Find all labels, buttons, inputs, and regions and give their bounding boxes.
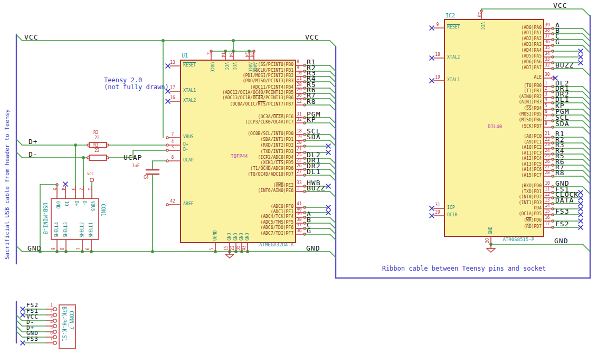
net-label-DL1[interactable]: DL1 <box>307 168 320 176</box>
net-label-G[interactable]: G <box>307 227 311 235</box>
wire-entry <box>330 169 336 175</box>
pin-number: 3 <box>71 188 75 190</box>
net-label-vcc-topright[interactable]: VCC <box>553 2 567 9</box>
pin-number: 38 <box>297 218 302 222</box>
pin-number: 13 <box>167 61 178 65</box>
pin-number: 28 <box>545 171 550 175</box>
net-label-SDA[interactable]: SDA <box>555 120 569 128</box>
pin-name: AVCC <box>252 62 257 72</box>
pin-number: 9 <box>297 66 299 70</box>
pin-number: 6 <box>167 156 178 160</box>
pin-number: 5 <box>545 104 547 108</box>
net-label-gnd-right[interactable]: GND <box>306 245 320 252</box>
wire-entry <box>330 191 336 197</box>
pin-number: 39 <box>297 212 302 216</box>
net-label-gnd-ic2[interactable]: GND <box>554 237 568 245</box>
pin-number: 25 <box>545 154 550 158</box>
pin-number: 43 <box>242 245 247 251</box>
pin-number: 1 <box>46 303 53 308</box>
vcc-symbol-label: VCC <box>87 173 94 176</box>
pin-name: (A12)PC4 <box>447 157 542 161</box>
net-label-R8[interactable]: R8 <box>555 169 565 177</box>
pin-number: 10 <box>545 181 550 186</box>
wire-entry <box>330 105 336 111</box>
pin-number: 18 <box>297 129 302 133</box>
conn7-pin-circle <box>53 324 56 328</box>
pin-name: (AD4)PA4 <box>447 49 542 53</box>
net-label-SDA[interactable]: SDA <box>307 133 320 141</box>
wire-entry <box>330 223 336 229</box>
pin-number: 34 <box>545 52 550 56</box>
wire-entry <box>330 135 336 140</box>
pin-name: (AD7)PA7 <box>447 66 542 70</box>
pin-name: AVCC <box>248 62 252 72</box>
pin-name: (ICP2/ADC8)PD4 <box>192 156 293 160</box>
conn7-pin-circle <box>53 336 56 339</box>
wire-entry <box>330 65 336 71</box>
pin-name: (AD1)PA1 <box>447 31 542 35</box>
net-label-FS3[interactable]: FS3 <box>26 336 39 342</box>
pin-end-circle <box>107 144 109 146</box>
pin-number: 38 <box>545 28 550 33</box>
pin-name: RESET <box>447 25 460 30</box>
pin-name: (INT6/AIN0)PE6 <box>192 189 293 193</box>
conn7-pin-circle <box>53 341 56 344</box>
pin-number: 7 <box>167 132 178 137</box>
conn7-pin-circle <box>53 330 56 333</box>
pin-name: (A14)PC6 <box>447 168 542 172</box>
pin-name: (TXD)PD1 <box>447 190 542 194</box>
net-label-vcc-right[interactable]: VCC <box>305 34 319 41</box>
pin-number: 27 <box>545 165 550 169</box>
wire-entry <box>330 217 336 223</box>
net-label-gnd-left[interactable]: GND <box>27 245 41 252</box>
wire-vcc <box>330 41 336 46</box>
c4-value: 1uF <box>132 164 139 168</box>
pin-name: (ADC11/PCINT4)PB4 <box>192 85 293 90</box>
net-label-FS2[interactable]: FS2 <box>555 221 569 228</box>
net-label-dminus[interactable]: D- <box>29 151 38 158</box>
net-label-R8[interactable]: R8 <box>307 98 316 106</box>
pin-name: (ICP3/CLK0/OC4A)PC7 <box>192 120 293 124</box>
pin-number: 3 <box>46 315 53 319</box>
pin-number: 3 <box>545 92 547 97</box>
pin-name: XTAL1 <box>183 89 196 93</box>
pin-name: (SCLK/PCINT1)PB1 <box>192 69 293 73</box>
net-label-vcc-topleft[interactable]: VCC <box>24 34 38 41</box>
pin-number: 12 <box>297 100 302 104</box>
net-label-FS3[interactable]: FS3 <box>555 208 569 215</box>
pin-name: D+ <box>74 201 78 206</box>
pin-name: RESET <box>183 63 196 68</box>
pin-number: 14 <box>221 52 225 58</box>
net-label-ucap[interactable]: UCAP <box>124 154 142 161</box>
pin-number: 44 <box>249 52 253 58</box>
pin-number: 18 <box>432 53 443 57</box>
wire-entry <box>330 76 336 82</box>
pin-number: 29 <box>297 88 302 92</box>
pin-number: 16 <box>545 216 550 220</box>
net-label-BUZZ[interactable]: BUZZ <box>307 185 325 192</box>
wire-entry <box>330 158 336 164</box>
resistor-r3-value: 22 <box>94 149 100 153</box>
pin-number: 20 <box>297 141 302 145</box>
pin-number: 31 <box>432 203 443 207</box>
pin-name: UCAP <box>183 158 193 162</box>
pin-name: (ADC4/TCK)PF4 <box>192 215 293 219</box>
resistor-r2-ref: R2 <box>93 131 99 135</box>
wire-entry <box>583 69 590 76</box>
pin-name: (ADC0)PF0 <box>192 205 293 209</box>
pin-number: 37 <box>545 34 550 39</box>
net-label-DATA[interactable]: DATA <box>555 197 574 204</box>
net-label-G[interactable]: G <box>555 39 560 46</box>
pin-number: 26 <box>297 164 302 168</box>
pin-name: (AD2)PA2 <box>447 37 542 41</box>
net-label-BUZZ[interactable]: BUZZ <box>555 62 574 69</box>
pin-number: 26 <box>545 160 550 164</box>
resistor-r3[interactable] <box>89 155 107 160</box>
pin-number: 7 <box>77 247 81 250</box>
net-label-dplus[interactable]: D+ <box>29 138 38 146</box>
pin-name: (WR)PD6 <box>447 218 542 223</box>
net-label-KP[interactable]: KP <box>307 116 316 123</box>
junction-dot <box>162 39 165 42</box>
pin-number: 21 <box>297 147 302 151</box>
pin-number: 35 <box>545 46 550 50</box>
